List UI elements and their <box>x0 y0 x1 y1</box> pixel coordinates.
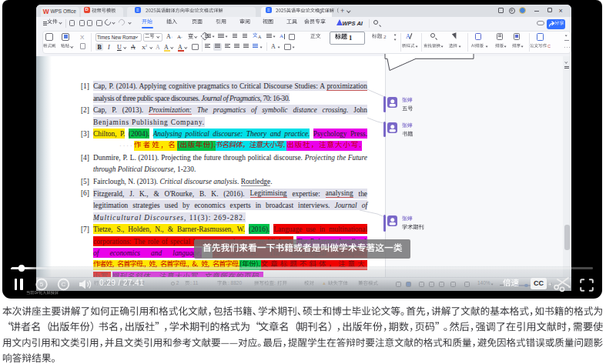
svg-text:5: 5 <box>40 281 44 288</box>
svg-text:C: C <box>62 281 66 288</box>
